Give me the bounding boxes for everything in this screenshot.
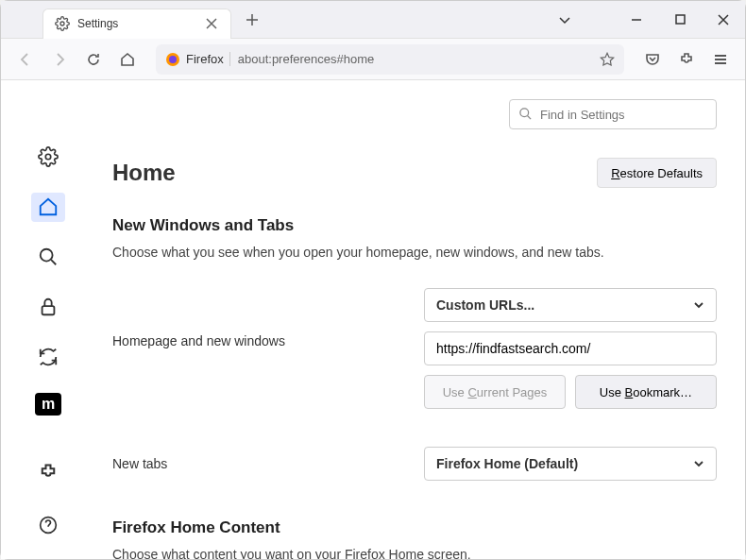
- svg-point-0: [60, 22, 64, 25]
- newtabs-select-value: Firefox Home (Default): [436, 456, 578, 471]
- sidebar-item-home[interactable]: [31, 193, 65, 222]
- svg-point-6: [41, 249, 53, 262]
- close-icon[interactable]: [204, 16, 219, 31]
- titlebar: Settings: [1, 1, 745, 39]
- sidebar-item-extensions[interactable]: [31, 457, 65, 486]
- sidebar-item-more[interactable]: m: [35, 393, 61, 416]
- sidebar-item-sync[interactable]: [31, 343, 65, 372]
- find-in-settings-input[interactable]: [509, 99, 717, 129]
- settings-main: Home Restore Defaults New Windows and Ta…: [95, 80, 745, 559]
- section-desc-home-content: Choose what content you want on your Fir…: [112, 547, 717, 559]
- urlbar-identity: Firefox: [165, 52, 230, 67]
- find-in-settings-wrap: [509, 99, 717, 129]
- chevron-down-icon: [693, 458, 704, 469]
- sidebar-item-search[interactable]: [31, 243, 65, 272]
- newtabs-select[interactable]: Firefox Home (Default): [424, 447, 717, 481]
- sidebar-item-general[interactable]: [31, 143, 65, 172]
- content-area: m Home Restore Defaults: [1, 80, 745, 559]
- svg-point-5: [45, 155, 51, 161]
- page-title: Home: [112, 160, 176, 186]
- close-window-button[interactable]: [702, 2, 745, 38]
- url-bar[interactable]: Firefox about:preferences#home: [156, 44, 624, 75]
- tabs-dropdown-button[interactable]: [543, 2, 586, 38]
- tab-settings[interactable]: Settings: [42, 8, 231, 39]
- homepage-select-value: Custom URLs...: [436, 297, 534, 313]
- svg-point-3: [169, 56, 177, 63]
- svg-marker-4: [601, 53, 613, 65]
- section-desc-windows-tabs: Choose what you see when you open your h…: [112, 245, 717, 260]
- pocket-button[interactable]: [637, 44, 668, 75]
- svg-rect-1: [676, 15, 685, 24]
- svg-rect-7: [42, 307, 55, 315]
- toolbar: Firefox about:preferences#home: [1, 39, 745, 80]
- bookmark-star-icon[interactable]: [600, 52, 615, 67]
- section-heading-windows-tabs: New Windows and Tabs: [112, 216, 717, 235]
- forward-button[interactable]: [44, 44, 75, 75]
- newtabs-label: New tabs: [112, 456, 424, 471]
- home-button[interactable]: [112, 44, 143, 75]
- tab-title: Settings: [77, 17, 196, 30]
- chevron-down-icon: [693, 299, 704, 311]
- window-controls: [543, 2, 745, 38]
- section-heading-home-content: Firefox Home Content: [112, 518, 717, 537]
- reload-button[interactable]: [78, 44, 109, 75]
- homepage-select[interactable]: Custom URLs...: [424, 288, 717, 322]
- homepage-url-input[interactable]: [424, 331, 717, 365]
- restore-defaults-button[interactable]: Restore Defaults: [597, 158, 717, 188]
- maximize-button[interactable]: [658, 2, 702, 38]
- firefox-logo-icon: [165, 52, 180, 67]
- urlbar-url: about:preferences#home: [238, 52, 592, 66]
- app-menu-button[interactable]: [705, 44, 736, 75]
- sidebar-item-privacy[interactable]: [31, 293, 65, 322]
- urlbar-firefox-label: Firefox: [186, 52, 230, 66]
- back-button[interactable]: [10, 44, 41, 75]
- minimize-button[interactable]: [615, 2, 658, 38]
- browser-window: Settings: [0, 0, 746, 560]
- new-tab-button[interactable]: [239, 7, 265, 33]
- search-icon: [518, 107, 533, 121]
- settings-sidebar: m: [1, 80, 95, 559]
- svg-point-9: [520, 109, 529, 117]
- extensions-button[interactable]: [671, 44, 702, 75]
- homepage-label: Homepage and new windows: [112, 288, 424, 348]
- gear-icon: [55, 16, 70, 31]
- sidebar-item-help[interactable]: [31, 511, 65, 540]
- use-current-pages-button[interactable]: Use Current Pages: [424, 375, 566, 409]
- use-bookmark-button[interactable]: Use Bookmark…: [575, 375, 717, 409]
